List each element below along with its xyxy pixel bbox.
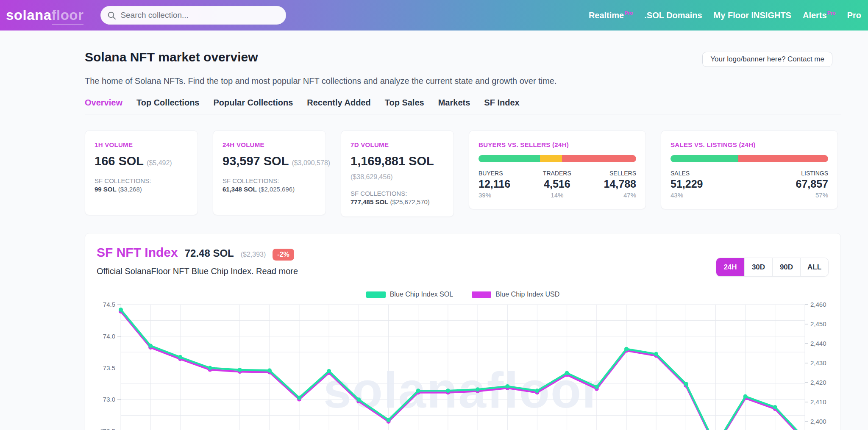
tab-top-sales[interactable]: Top Sales (385, 98, 424, 108)
sf-collections-block: SF COLLECTIONS: 777,485 SOL ($25,672,570… (351, 189, 444, 206)
stat-percent: 57% (796, 191, 828, 199)
read-more-link[interactable]: Read more (256, 266, 298, 276)
card-label: 24H VOLUME (223, 141, 316, 148)
stat-sellers: SELLERS 14,788 47% (604, 170, 636, 199)
legend-swatch-usd (472, 291, 491, 298)
stat-sales: SALES 51,229 43% (670, 170, 703, 199)
stat-label: SELLERS (604, 170, 636, 177)
description-text: Official SolanaFloor NFT Blue Chip Index… (97, 266, 254, 276)
buyers-sellers-card: BUYERS VS. SELLERS (24H) BUYERS 12,116 3… (469, 130, 646, 209)
main-content: Your logo/banner here? Contact me Solana… (85, 31, 841, 430)
tab-markets[interactable]: Markets (438, 98, 470, 108)
range-button-30d[interactable]: 30D (744, 258, 772, 276)
sf-collections-block: SF COLLECTIONS: 61,348 SOL ($2,025,696) (223, 177, 316, 194)
volume-card-1h: 1H VOLUME 166 SOL($5,492) SF COLLECTIONS… (85, 130, 198, 215)
bar-segment (479, 155, 540, 162)
sales-listings-stats: SALES 51,229 43% LISTINGS 67,857 57% (670, 170, 828, 199)
page-subtitle: The home of Solana NFTs. Find the top an… (85, 76, 841, 86)
svg-text:2,420: 2,420 (810, 379, 826, 386)
stats-cards-row: 1H VOLUME 166 SOL($5,492) SF COLLECTIONS… (85, 130, 841, 217)
sf-index-value: 72.48 SOL (185, 247, 234, 259)
legend-swatch-sol (366, 291, 386, 298)
bar-segment (738, 155, 828, 162)
tab-top-collections[interactable]: Top Collections (136, 98, 200, 108)
time-range-selector: 24H 30D 90D ALL (716, 258, 829, 277)
nav-link-label: Alerts (803, 11, 827, 20)
nav-link-label: Pro (847, 11, 861, 20)
sf-collections-label: SF COLLECTIONS: (351, 189, 444, 198)
volume-usd: ($3,090,578) (292, 159, 330, 166)
range-button-24h[interactable]: 24H (716, 258, 744, 276)
nav-link-label: Realtime (589, 11, 624, 20)
logo-part-floor: floor (52, 7, 84, 25)
nav-link-pro[interactable]: Pro (847, 11, 861, 20)
nav-link-label: My Floor INSIGHTS (714, 11, 791, 20)
tabs: Overview Top Collections Popular Collect… (85, 98, 841, 114)
logo-part-solana: solana (6, 7, 52, 23)
bar-segment (670, 155, 738, 162)
sf-collections-value: 61,348 SOL (223, 186, 257, 193)
svg-text:2,430: 2,430 (810, 359, 826, 366)
tab-overview[interactable]: Overview (85, 98, 122, 108)
stat-buyers: BUYERS 12,116 39% (479, 170, 510, 199)
sf-collections-label: SF COLLECTIONS: (223, 177, 316, 185)
sf-index-title: SF NFT Index (97, 245, 178, 260)
search-icon (107, 11, 116, 20)
banner-contact-button[interactable]: Your logo/banner here? Contact me (702, 52, 832, 67)
volume-card-24h: 24H VOLUME 93,597 SOL($3,090,578) SF COL… (213, 130, 326, 215)
sf-collections-usd: ($2,025,696) (259, 186, 295, 193)
sf-collections-value: 99 SOL (95, 186, 117, 193)
legend-item-sol[interactable]: Blue Chip Index SOL (366, 291, 453, 298)
legend-label: Blue Chip Index USD (495, 291, 559, 298)
volume-value: 1,169,881 SOL (351, 154, 434, 168)
stat-value: 67,857 (796, 178, 828, 190)
nav-link-sol-domains[interactable]: .SOL Domains (644, 11, 702, 20)
sf-collections-usd: ($25,672,570) (390, 198, 429, 205)
card-label: SALES VS. LISTINGS (24H) (670, 141, 828, 148)
navbar: solanafloor RealtimePro .SOL Domains My … (0, 0, 868, 31)
volume-value: 166 SOL (95, 154, 144, 168)
search-bar (100, 6, 286, 25)
range-button-90d[interactable]: 90D (772, 258, 800, 276)
svg-text:2,400: 2,400 (810, 418, 826, 425)
bar-segment (562, 155, 636, 162)
card-label: BUYERS VS. SELLERS (24H) (479, 141, 636, 148)
buyers-sellers-bar (479, 155, 636, 162)
pro-badge: Pro (827, 10, 836, 16)
svg-text:2,410: 2,410 (810, 398, 826, 405)
sf-index-change-badge: -2% (273, 249, 294, 261)
bar-segment (540, 155, 562, 162)
stat-percent: 43% (670, 191, 703, 199)
tab-recently-added[interactable]: Recently Added (307, 98, 370, 108)
tab-popular-collections[interactable]: Popular Collections (213, 98, 293, 108)
legend-label: Blue Chip Index SOL (390, 291, 453, 298)
nav-link-label: .SOL Domains (644, 11, 702, 20)
sf-index-chart: solanafloor74.574.073.573.072.52,4602,45… (97, 302, 830, 430)
stat-label: BUYERS (479, 170, 510, 177)
nav-link-my-floor-insights[interactable]: My Floor INSIGHTS (714, 11, 791, 20)
nav-link-realtime[interactable]: RealtimePro (589, 10, 633, 20)
logo[interactable]: solanafloor (6, 7, 83, 23)
stat-label: TRADERS (543, 170, 571, 177)
search-input[interactable] (120, 11, 279, 20)
tab-sf-index[interactable]: SF Index (484, 98, 519, 108)
card-label: 7D VOLUME (351, 141, 444, 148)
card-label: 1H VOLUME (95, 141, 188, 148)
stat-value: 51,229 (670, 178, 703, 190)
svg-text:74.5: 74.5 (103, 302, 115, 308)
stat-percent: 39% (479, 191, 510, 199)
volume-usd: ($5,492) (147, 159, 172, 166)
svg-text:2,440: 2,440 (810, 340, 826, 347)
stat-percent: 14% (543, 191, 571, 199)
svg-text:73.0: 73.0 (103, 396, 115, 403)
sf-collections-block: SF COLLECTIONS: 99 SOL ($3,268) (95, 177, 188, 194)
legend-item-usd[interactable]: Blue Chip Index USD (472, 291, 559, 298)
range-button-all[interactable]: ALL (800, 258, 828, 276)
sales-listings-bar (670, 155, 828, 162)
stat-value: 12,116 (479, 178, 510, 190)
stat-value: 14,788 (604, 178, 636, 190)
volume-usd: ($38,629,456) (351, 173, 444, 181)
nav-link-alerts[interactable]: AlertsPro (803, 10, 836, 20)
stat-percent: 47% (604, 191, 636, 199)
sf-collections-usd: ($3,268) (118, 186, 142, 193)
